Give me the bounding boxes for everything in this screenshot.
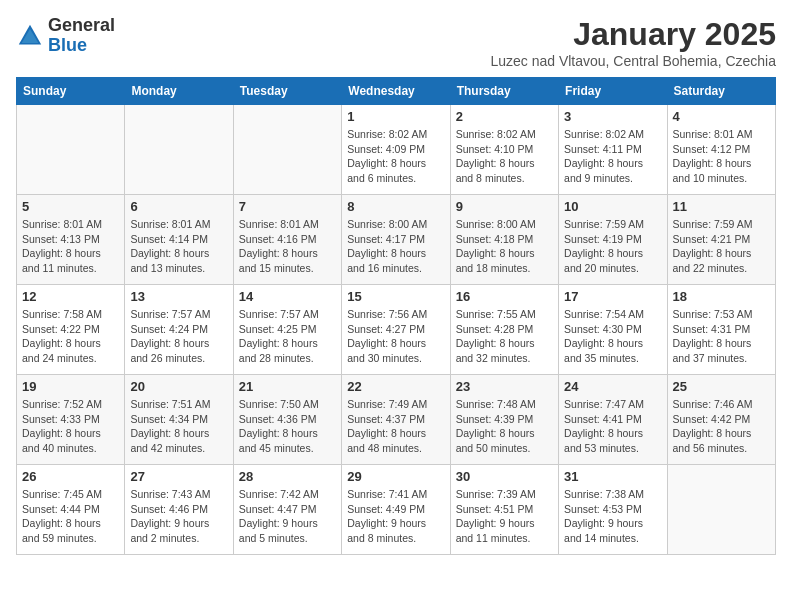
calendar-cell: 30Sunrise: 7:39 AM Sunset: 4:51 PM Dayli…	[450, 465, 558, 555]
calendar-cell: 22Sunrise: 7:49 AM Sunset: 4:37 PM Dayli…	[342, 375, 450, 465]
calendar-cell	[233, 105, 341, 195]
day-number: 2	[456, 109, 553, 124]
day-number: 6	[130, 199, 227, 214]
page-header: General Blue January 2025 Luzec nad Vlta…	[16, 16, 776, 69]
day-info: Sunrise: 7:52 AM Sunset: 4:33 PM Dayligh…	[22, 397, 119, 456]
calendar-cell: 14Sunrise: 7:57 AM Sunset: 4:25 PM Dayli…	[233, 285, 341, 375]
calendar-cell: 18Sunrise: 7:53 AM Sunset: 4:31 PM Dayli…	[667, 285, 775, 375]
calendar-cell: 29Sunrise: 7:41 AM Sunset: 4:49 PM Dayli…	[342, 465, 450, 555]
calendar-cell: 6Sunrise: 8:01 AM Sunset: 4:14 PM Daylig…	[125, 195, 233, 285]
day-number: 9	[456, 199, 553, 214]
day-info: Sunrise: 7:59 AM Sunset: 4:19 PM Dayligh…	[564, 217, 661, 276]
day-number: 16	[456, 289, 553, 304]
day-number: 4	[673, 109, 770, 124]
calendar-cell: 16Sunrise: 7:55 AM Sunset: 4:28 PM Dayli…	[450, 285, 558, 375]
day-info: Sunrise: 8:00 AM Sunset: 4:18 PM Dayligh…	[456, 217, 553, 276]
calendar-cell: 24Sunrise: 7:47 AM Sunset: 4:41 PM Dayli…	[559, 375, 667, 465]
day-info: Sunrise: 7:50 AM Sunset: 4:36 PM Dayligh…	[239, 397, 336, 456]
calendar-cell: 1Sunrise: 8:02 AM Sunset: 4:09 PM Daylig…	[342, 105, 450, 195]
day-info: Sunrise: 7:47 AM Sunset: 4:41 PM Dayligh…	[564, 397, 661, 456]
day-info: Sunrise: 7:39 AM Sunset: 4:51 PM Dayligh…	[456, 487, 553, 546]
day-number: 3	[564, 109, 661, 124]
calendar-cell: 17Sunrise: 7:54 AM Sunset: 4:30 PM Dayli…	[559, 285, 667, 375]
day-info: Sunrise: 7:55 AM Sunset: 4:28 PM Dayligh…	[456, 307, 553, 366]
week-row-2: 12Sunrise: 7:58 AM Sunset: 4:22 PM Dayli…	[17, 285, 776, 375]
calendar-cell: 13Sunrise: 7:57 AM Sunset: 4:24 PM Dayli…	[125, 285, 233, 375]
location-subtitle: Luzec nad Vltavou, Central Bohemia, Czec…	[490, 53, 776, 69]
day-info: Sunrise: 8:02 AM Sunset: 4:11 PM Dayligh…	[564, 127, 661, 186]
day-info: Sunrise: 8:02 AM Sunset: 4:09 PM Dayligh…	[347, 127, 444, 186]
calendar-cell: 19Sunrise: 7:52 AM Sunset: 4:33 PM Dayli…	[17, 375, 125, 465]
day-info: Sunrise: 8:01 AM Sunset: 4:13 PM Dayligh…	[22, 217, 119, 276]
day-info: Sunrise: 7:58 AM Sunset: 4:22 PM Dayligh…	[22, 307, 119, 366]
calendar-cell: 11Sunrise: 7:59 AM Sunset: 4:21 PM Dayli…	[667, 195, 775, 285]
calendar-cell: 20Sunrise: 7:51 AM Sunset: 4:34 PM Dayli…	[125, 375, 233, 465]
col-header-wednesday: Wednesday	[342, 78, 450, 105]
calendar-cell: 23Sunrise: 7:48 AM Sunset: 4:39 PM Dayli…	[450, 375, 558, 465]
day-number: 29	[347, 469, 444, 484]
calendar-cell: 15Sunrise: 7:56 AM Sunset: 4:27 PM Dayli…	[342, 285, 450, 375]
calendar-cell: 27Sunrise: 7:43 AM Sunset: 4:46 PM Dayli…	[125, 465, 233, 555]
day-number: 13	[130, 289, 227, 304]
day-number: 24	[564, 379, 661, 394]
calendar-cell: 25Sunrise: 7:46 AM Sunset: 4:42 PM Dayli…	[667, 375, 775, 465]
calendar-cell	[667, 465, 775, 555]
calendar-cell: 31Sunrise: 7:38 AM Sunset: 4:53 PM Dayli…	[559, 465, 667, 555]
day-info: Sunrise: 7:41 AM Sunset: 4:49 PM Dayligh…	[347, 487, 444, 546]
calendar-cell	[17, 105, 125, 195]
calendar-cell: 3Sunrise: 8:02 AM Sunset: 4:11 PM Daylig…	[559, 105, 667, 195]
day-info: Sunrise: 7:45 AM Sunset: 4:44 PM Dayligh…	[22, 487, 119, 546]
col-header-tuesday: Tuesday	[233, 78, 341, 105]
calendar-cell: 26Sunrise: 7:45 AM Sunset: 4:44 PM Dayli…	[17, 465, 125, 555]
day-info: Sunrise: 7:57 AM Sunset: 4:24 PM Dayligh…	[130, 307, 227, 366]
day-number: 20	[130, 379, 227, 394]
logo-icon	[16, 22, 44, 50]
day-number: 21	[239, 379, 336, 394]
day-number: 7	[239, 199, 336, 214]
week-row-3: 19Sunrise: 7:52 AM Sunset: 4:33 PM Dayli…	[17, 375, 776, 465]
calendar-cell: 21Sunrise: 7:50 AM Sunset: 4:36 PM Dayli…	[233, 375, 341, 465]
day-info: Sunrise: 7:54 AM Sunset: 4:30 PM Dayligh…	[564, 307, 661, 366]
calendar-table: SundayMondayTuesdayWednesdayThursdayFrid…	[16, 77, 776, 555]
col-header-thursday: Thursday	[450, 78, 558, 105]
calendar-header-row: SundayMondayTuesdayWednesdayThursdayFrid…	[17, 78, 776, 105]
calendar-cell: 5Sunrise: 8:01 AM Sunset: 4:13 PM Daylig…	[17, 195, 125, 285]
day-info: Sunrise: 7:56 AM Sunset: 4:27 PM Dayligh…	[347, 307, 444, 366]
day-number: 10	[564, 199, 661, 214]
day-number: 11	[673, 199, 770, 214]
day-info: Sunrise: 8:01 AM Sunset: 4:16 PM Dayligh…	[239, 217, 336, 276]
calendar-cell: 9Sunrise: 8:00 AM Sunset: 4:18 PM Daylig…	[450, 195, 558, 285]
day-info: Sunrise: 7:49 AM Sunset: 4:37 PM Dayligh…	[347, 397, 444, 456]
calendar-cell: 7Sunrise: 8:01 AM Sunset: 4:16 PM Daylig…	[233, 195, 341, 285]
day-number: 5	[22, 199, 119, 214]
col-header-saturday: Saturday	[667, 78, 775, 105]
calendar-cell: 4Sunrise: 8:01 AM Sunset: 4:12 PM Daylig…	[667, 105, 775, 195]
day-info: Sunrise: 7:51 AM Sunset: 4:34 PM Dayligh…	[130, 397, 227, 456]
day-number: 28	[239, 469, 336, 484]
day-info: Sunrise: 7:42 AM Sunset: 4:47 PM Dayligh…	[239, 487, 336, 546]
col-header-sunday: Sunday	[17, 78, 125, 105]
logo-general-text: General	[48, 16, 115, 36]
title-area: January 2025 Luzec nad Vltavou, Central …	[490, 16, 776, 69]
day-number: 14	[239, 289, 336, 304]
day-number: 1	[347, 109, 444, 124]
day-info: Sunrise: 8:01 AM Sunset: 4:14 PM Dayligh…	[130, 217, 227, 276]
day-info: Sunrise: 7:57 AM Sunset: 4:25 PM Dayligh…	[239, 307, 336, 366]
day-number: 27	[130, 469, 227, 484]
logo-blue-text: Blue	[48, 36, 115, 56]
day-number: 30	[456, 469, 553, 484]
day-number: 23	[456, 379, 553, 394]
day-info: Sunrise: 8:01 AM Sunset: 4:12 PM Dayligh…	[673, 127, 770, 186]
col-header-friday: Friday	[559, 78, 667, 105]
day-number: 22	[347, 379, 444, 394]
day-number: 26	[22, 469, 119, 484]
day-info: Sunrise: 8:00 AM Sunset: 4:17 PM Dayligh…	[347, 217, 444, 276]
calendar-cell: 8Sunrise: 8:00 AM Sunset: 4:17 PM Daylig…	[342, 195, 450, 285]
calendar-cell: 10Sunrise: 7:59 AM Sunset: 4:19 PM Dayli…	[559, 195, 667, 285]
day-number: 25	[673, 379, 770, 394]
day-info: Sunrise: 7:38 AM Sunset: 4:53 PM Dayligh…	[564, 487, 661, 546]
day-info: Sunrise: 7:48 AM Sunset: 4:39 PM Dayligh…	[456, 397, 553, 456]
day-info: Sunrise: 7:53 AM Sunset: 4:31 PM Dayligh…	[673, 307, 770, 366]
calendar-cell	[125, 105, 233, 195]
day-info: Sunrise: 8:02 AM Sunset: 4:10 PM Dayligh…	[456, 127, 553, 186]
